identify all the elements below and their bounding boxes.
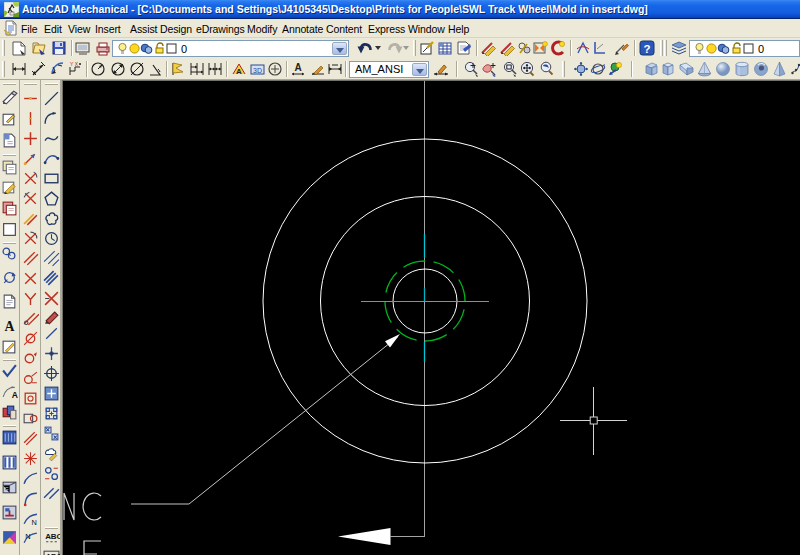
svg-text:?: ? [643, 43, 650, 55]
svg-text:N: N [32, 518, 37, 527]
svg-text:ABC: ABC [45, 532, 60, 541]
svg-text:A: A [294, 62, 301, 73]
svg-text:ABC: ABC [46, 552, 60, 555]
svg-text:N: N [25, 532, 30, 541]
svg-text:3D: 3D [253, 67, 262, 74]
svg-text:A: A [236, 67, 242, 76]
svg-text:A: A [12, 390, 18, 400]
svg-text:A: A [5, 319, 15, 334]
svg-text:Y X: Y X [70, 61, 79, 67]
